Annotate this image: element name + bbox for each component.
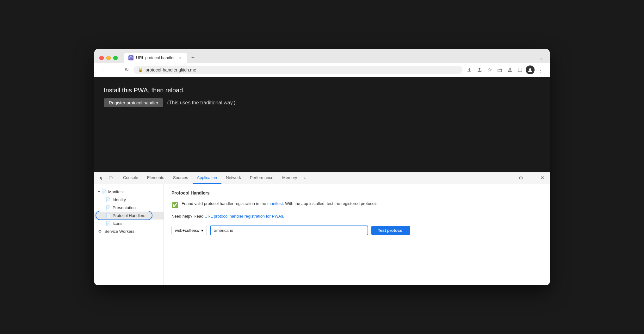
- manifest-file-icon: 📄: [102, 189, 107, 194]
- tab-chevron-button[interactable]: ⌄: [538, 54, 545, 62]
- network-tab[interactable]: Network: [221, 172, 245, 184]
- help-row: Need help? Read URL protocol handler reg…: [171, 213, 542, 220]
- manifest-label: Manifest: [108, 189, 124, 194]
- manifest-section-header[interactable]: ▼ 📄 Manifest: [94, 188, 164, 196]
- devtools-more-button[interactable]: ⋮: [528, 172, 538, 184]
- devtools-separator: [117, 174, 117, 182]
- test-protocol-button[interactable]: Test protocol: [371, 226, 410, 235]
- bookmark-button[interactable]: ☆: [485, 65, 494, 74]
- address-bar-input[interactable]: 🔒 protocol-handler.glitch.me: [133, 66, 462, 74]
- devtools-sidebar: ▼ 📄 Manifest 📄 Identity 📄 Presentation 📄…: [94, 184, 164, 285]
- page-content: Install this PWA, then reload. Register …: [94, 77, 550, 172]
- split-screen-button[interactable]: [516, 65, 524, 74]
- flask-icon: [507, 67, 512, 72]
- protocol-selector[interactable]: web+coffee:// ▾: [171, 226, 207, 235]
- cursor-icon: [99, 176, 104, 180]
- download-to-desktop-button[interactable]: [465, 65, 474, 74]
- register-protocol-button[interactable]: Register protocol handler: [104, 98, 163, 107]
- tab-favicon: [128, 55, 133, 60]
- service-workers-label: Service Workers: [104, 229, 134, 234]
- svg-point-8: [529, 68, 531, 70]
- success-message-suffix: . With the app installed, test the regis…: [283, 201, 379, 206]
- icons-file-icon: 📄: [106, 221, 111, 226]
- download-desktop-icon: [467, 67, 472, 72]
- inspect-element-button[interactable]: [97, 172, 106, 184]
- devtools-separator-2: [527, 174, 527, 182]
- devtools-close-button[interactable]: ×: [538, 172, 547, 184]
- protocol-handlers-title: Protocol Handlers: [171, 190, 542, 195]
- maximize-traffic-light[interactable]: [113, 56, 118, 60]
- three-dots-icon: ⋮: [538, 66, 543, 73]
- browser-tab[interactable]: URL protocol handler ×: [124, 53, 187, 63]
- manifest-link[interactable]: manifest: [267, 201, 283, 206]
- more-tabs-button[interactable]: »: [301, 173, 307, 183]
- protocol-handlers-file-icon: 📄: [106, 213, 111, 218]
- profile-icon: [528, 67, 533, 72]
- performance-tab[interactable]: Performance: [245, 172, 278, 184]
- forward-button[interactable]: →: [111, 65, 120, 74]
- devtools-settings-button[interactable]: ⚙: [516, 172, 525, 184]
- presentation-file-icon: 📄: [106, 205, 111, 210]
- identity-file-icon: 📄: [106, 197, 111, 202]
- sidebar-item-identity[interactable]: 📄 Identity: [94, 196, 164, 204]
- url-text: protocol-handler.glitch.me: [146, 67, 458, 72]
- memory-tab[interactable]: Memory: [278, 172, 301, 184]
- device-emulation-button[interactable]: [106, 172, 116, 184]
- reload-button[interactable]: ↻: [122, 65, 131, 74]
- back-button[interactable]: ←: [99, 65, 108, 74]
- tab-title: URL protocol handler: [136, 55, 175, 60]
- toolbar-icons: ☆: [465, 65, 545, 74]
- tabs-container: URL protocol handler × + ⌄: [124, 53, 545, 63]
- settings-gear-icon: ⚙: [519, 175, 523, 181]
- protocol-test-row: web+coffee:// ▾ Test protocol: [171, 226, 542, 235]
- devtools-three-dots-icon: ⋮: [530, 175, 536, 182]
- sidebar-item-protocol-handlers[interactable]: 📄 Protocol Handlers: [94, 212, 164, 220]
- protocol-dropdown-icon: ▾: [201, 228, 203, 233]
- identity-label: Identity: [113, 197, 126, 202]
- new-tab-button[interactable]: +: [189, 53, 197, 62]
- elements-tab[interactable]: Elements: [143, 172, 169, 184]
- labs-button[interactable]: [505, 65, 514, 74]
- presentation-label: Presentation: [113, 205, 136, 210]
- svg-rect-3: [468, 71, 471, 71]
- protocol-input-field[interactable]: [210, 226, 368, 235]
- profile-button[interactable]: [526, 65, 535, 74]
- help-prefix: Need help? Read: [171, 214, 205, 219]
- application-tab[interactable]: Application: [193, 172, 222, 184]
- success-info-row: ✅ Found valid protocol handler registrat…: [171, 201, 542, 209]
- more-options-button[interactable]: ⋮: [536, 65, 545, 74]
- devtools-main-panel: Protocol Handlers ✅ Found valid protocol…: [164, 184, 550, 285]
- address-bar: ← → ↻ 🔒 protocol-handler.glitch.me: [94, 63, 550, 77]
- minimize-traffic-light[interactable]: [106, 56, 111, 60]
- service-workers-gear-icon: ⚙: [98, 229, 102, 234]
- device-icon: [109, 176, 113, 180]
- devtools-body: ▼ 📄 Manifest 📄 Identity 📄 Presentation 📄…: [94, 184, 550, 285]
- splitscreen-icon: [517, 67, 523, 72]
- extensions-button[interactable]: [495, 65, 504, 74]
- success-message-prefix: Found valid protocol handler registratio…: [182, 201, 267, 206]
- protocol-selector-value: web+coffee://: [175, 228, 199, 233]
- sources-tab[interactable]: Sources: [169, 172, 193, 184]
- manifest-chevron-icon: ▼: [97, 190, 101, 194]
- title-bar: URL protocol handler × + ⌄: [94, 49, 550, 63]
- pwa-docs-link[interactable]: URL protocol handler registration for PW…: [205, 214, 283, 219]
- svg-rect-9: [109, 177, 112, 179]
- check-circle-icon: ✅: [171, 201, 178, 209]
- browser-window: URL protocol handler × + ⌄ ← → ↻ 🔒 proto…: [94, 49, 550, 285]
- puzzle-icon: [497, 67, 502, 72]
- traffic-lights: [99, 56, 118, 60]
- devtools-tab-bar: Console Elements Sources Application Net…: [94, 172, 550, 184]
- sidebar-item-service-workers[interactable]: ⚙ Service Workers: [94, 227, 164, 235]
- tab-close-button[interactable]: ×: [178, 55, 183, 60]
- tab-favicon-icon: [129, 56, 133, 59]
- close-traffic-light[interactable]: [99, 56, 104, 60]
- devtools-close-icon: ×: [541, 175, 544, 181]
- pwa-install-text: Install this PWA, then reload.: [104, 87, 540, 94]
- lock-icon: 🔒: [138, 67, 143, 72]
- console-tab[interactable]: Console: [119, 172, 143, 184]
- sidebar-item-icons[interactable]: 📄 Icons: [94, 220, 164, 227]
- traditional-way-label: (This uses the traditional way.): [167, 100, 235, 106]
- sidebar-item-presentation[interactable]: 📄 Presentation: [94, 204, 164, 212]
- icons-label: Icons: [113, 221, 122, 226]
- share-button[interactable]: [475, 65, 484, 74]
